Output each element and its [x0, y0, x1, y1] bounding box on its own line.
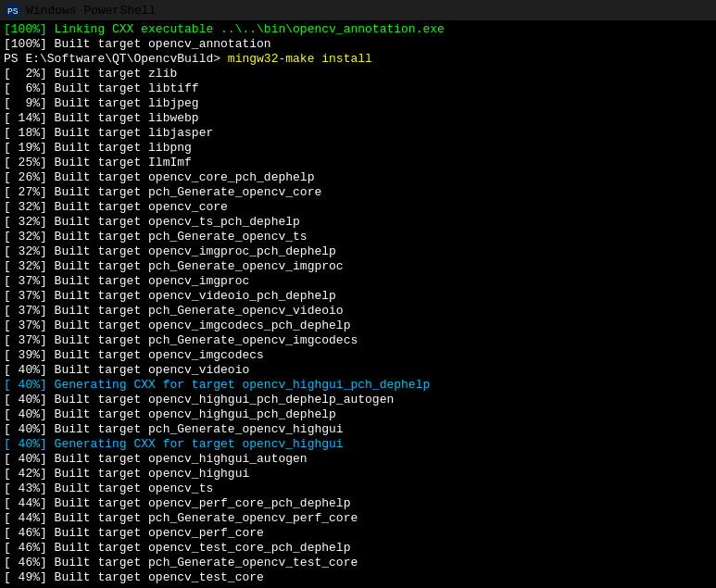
terminal-line: [ 27%] Built target pch_Generate_opencv_…: [4, 185, 712, 200]
terminal-line: [ 40%] Built target opencv_highgui_autog…: [4, 452, 712, 467]
terminal-line: [ 40%] Generating CXX for target opencv_…: [4, 437, 712, 452]
terminal-line: [ 39%] Built target opencv_imgcodecs: [4, 348, 712, 363]
terminal-line: [ 42%] Built target opencv_highgui: [4, 467, 712, 482]
terminal-line: [ 19%] Built target libpng: [4, 141, 712, 156]
terminal-line: [100%] Linking CXX executable ..\..\bin\…: [4, 22, 712, 37]
terminal-line: [ 32%] Built target pch_Generate_opencv_…: [4, 259, 712, 274]
terminal-line: [100%] Built target opencv_annotation: [4, 37, 712, 52]
terminal-body: [100%] Linking CXX executable ..\..\bin\…: [0, 20, 716, 588]
terminal-line: [ 46%] Built target opencv_perf_core: [4, 526, 712, 541]
title-bar: PS Windows PowerShell: [0, 0, 716, 20]
terminal-line: [ 9%] Built target libjpeg: [4, 96, 712, 111]
terminal-line: [ 37%] Built target opencv_imgproc: [4, 274, 712, 289]
terminal-line: [ 40%] Built target opencv_highgui_pch_d…: [4, 407, 712, 422]
terminal-line: [ 44%] Built target pch_Generate_opencv_…: [4, 511, 712, 526]
command-text: mingw32-make install: [228, 52, 372, 66]
terminal-line: [ 32%] Built target opencv_imgproc_pch_d…: [4, 244, 712, 259]
terminal-line: [ 40%] Built target opencv_highgui_pch_d…: [4, 393, 712, 407]
terminal-line: [ 32%] Built target opencv_core: [4, 200, 712, 215]
terminal-line: [ 32%] Built target pch_Generate_opencv_…: [4, 230, 712, 244]
terminal-line: [ 40%] Generating CXX for target opencv_…: [4, 378, 712, 393]
terminal-line: [ 40%] Built target opencv_videoio: [4, 363, 712, 378]
terminal-line: [ 40%] Built target pch_Generate_opencv_…: [4, 422, 712, 437]
terminal-line: [ 46%] Built target opencv_test_core_pch…: [4, 541, 712, 556]
terminal-line: [ 6%] Built target libtiff: [4, 81, 712, 96]
terminal-line: [ 49%] Built target opencv_test_core: [4, 570, 712, 585]
powershell-icon: PS: [6, 3, 20, 18]
terminal-line: [ 26%] Built target opencv_core_pch_deph…: [4, 170, 712, 185]
terminal-line: [ 37%] Built target opencv_imgcodecs_pch…: [4, 319, 712, 333]
terminal-line: [ 32%] Built target opencv_ts_pch_dephel…: [4, 215, 712, 230]
terminal-line: [ 2%] Built target zlib: [4, 67, 712, 81]
terminal-line: [ 37%] Built target pch_Generate_opencv_…: [4, 333, 712, 348]
terminal-line: [ 43%] Built target opencv_ts: [4, 482, 712, 496]
terminal-line: PS E:\Software\QT\OpencvBuild> mingw32-m…: [4, 52, 712, 67]
svg-text:PS: PS: [7, 6, 19, 17]
terminal-line: [ 18%] Built target libjasper: [4, 126, 712, 141]
terminal-line: [ 44%] Built target opencv_perf_core_pch…: [4, 496, 712, 511]
terminal-line: [ 46%] Built target pch_Generate_opencv_…: [4, 556, 712, 570]
terminal-line: [ 37%] Built target opencv_videoio_pch_d…: [4, 289, 712, 304]
terminal-line: [ 25%] Built target IlmImf: [4, 156, 712, 170]
terminal-line: [ 37%] Built target pch_Generate_opencv_…: [4, 304, 712, 319]
terminal-line: [ 14%] Built target libwebp: [4, 111, 712, 126]
title-bar-text: Windows PowerShell: [26, 4, 156, 18]
